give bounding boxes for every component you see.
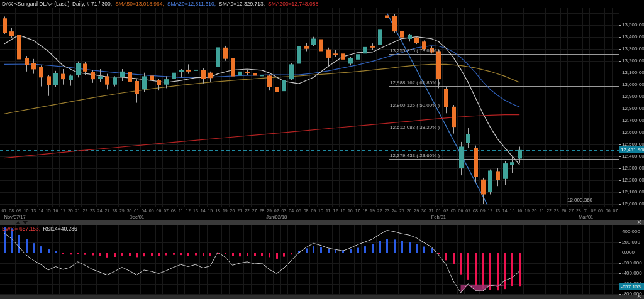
indicator-tick-label: 200.000 [622,239,640,245]
close-panel-icon[interactable]: ✕ [636,293,641,299]
fib-level-label: 12,379.433 ( 23.60% ) [390,153,440,158]
x-axis-day-label: 14 [502,209,508,213]
x-axis-day-label: 17 [60,209,65,213]
x-axis-day-label: 27 [252,209,257,213]
price-tick-label: 12,200.000 [622,177,644,183]
x-axis-day-label: 07 [2,209,7,213]
trading-chart-window: DAX <Sungard DLA> (Last:), Daily, # 71 /… [0,0,644,299]
x-axis-day-label: 14 [201,209,206,213]
x-axis-day-label: 22 [377,209,382,213]
x-axis-day-label: 15 [208,209,213,213]
price-chart-canvas[interactable] [0,0,644,299]
x-axis-day-label: 17 [355,209,360,213]
price-tick-label: 12,100.000 [622,189,644,195]
x-axis-month-label: Mar/01 [579,214,593,220]
x-axis-day-label: 13 [495,209,500,213]
price-tick-label: 13,100.000 [622,70,644,75]
x-axis-day-label: 02 [274,209,279,213]
x-axis-day-label: 28 [576,209,581,213]
indicator-tick-label: 400.000 [622,229,640,234]
price-tick-label: 13,300.000 [622,46,644,52]
x-axis-day-label: 03 [282,209,287,213]
x-axis-day-label: 25 [399,209,404,213]
x-axis-day-label: 01 [134,209,139,213]
x-axis-day-label: 23 [90,209,95,213]
x-axis-day-label: 19 [370,209,375,213]
fib-level-label: 12,612.088 ( 38.20% ) [390,124,440,130]
close-indicator-icon[interactable]: ✕ [636,219,641,226]
last-price-tag: 12,451.960 [619,146,644,153]
x-axis-day-label: 07 [613,209,618,213]
x-axis-day-label: 20 [68,209,73,213]
x-axis-day-label: 13 [193,209,198,213]
x-axis-day-label: 07 [465,209,470,213]
x-axis-day-label: 01 [436,209,441,213]
price-tick-label: 13,500.000 [622,22,644,28]
price-tick-label: 13,000.000 [622,82,644,87]
x-axis-day-label: 27 [105,209,110,213]
x-axis-day-label: 22 [547,209,552,213]
x-axis-day-label: 20 [230,209,235,213]
x-axis-day-label: 09 [311,209,316,213]
x-axis-day-label: 23 [554,209,559,213]
price-tick-label: 13,200.000 [622,58,644,63]
x-axis-day-label: 08 [9,209,14,213]
x-axis-day-label: 24 [97,209,103,213]
x-axis-day-label: 09 [480,209,486,213]
x-axis-day-label: 06 [458,209,464,213]
x-axis-day-label: 18 [215,209,220,213]
bottom-splitter[interactable]: ✕ [0,295,644,299]
panel-splitter[interactable]: ✕ [0,220,644,225]
x-axis-day-label: 15 [510,209,515,213]
x-axis-day-label: 15 [46,209,51,213]
rsi-legend: RSI14=40.286 [43,226,77,232]
x-axis-day-label: 11 [179,209,183,213]
x-axis-day-label: 21 [75,209,80,213]
x-axis-day-label: 10 [318,209,323,213]
indicator-tick-label: -200.000 [622,260,642,266]
x-axis-month-label: Dec/01 [129,214,144,220]
x-axis-day-label: 30 [421,209,426,213]
x-axis-day-label: 19 [223,209,228,213]
x-axis-day-label: 28 [112,209,117,213]
x-axis-day-label: 19 [525,209,530,213]
x-axis-day-label: 29 [119,209,125,213]
price-tick-label: 12,800.000 [622,106,644,111]
sma9-legend: SMA9=12,329.713, [219,1,265,7]
indicator-tick-label: -400.000 [622,270,642,276]
instrument-title: DAX <Sungard DLA> (Last:), Daily, # 71 /… [2,1,112,7]
x-axis-day-label: 18 [362,209,367,213]
x-axis-day-label: 20 [532,209,537,213]
sma50-legend: SMA50=13,018.964, [115,1,164,7]
indicator-title: EWO=-657.153,RSI14=40.286 [2,226,77,232]
x-axis-day-label: 14 [38,209,43,213]
collapse-up-icon[interactable] [16,221,21,224]
x-axis-month-label: Jan/02/18 [266,214,287,220]
x-axis-day-label: 22 [82,209,87,213]
collapse-down-icon[interactable] [23,221,28,224]
sma200-legend: SMA200=12,748.088 [268,1,318,7]
x-axis-day-label: 05 [598,209,603,213]
x-axis-day-label: 26 [407,209,412,213]
x-axis-day-label: 24 [392,209,397,213]
x-axis-day-label: 13 [31,209,36,213]
sma20-legend: SMA20=12,811.610, [167,1,216,7]
ewo-value-tag: -657.153 [619,283,644,290]
swing-low-price-label: 12,003.360 [567,197,592,203]
x-axis-day-label: 16 [517,209,522,213]
x-axis-day-label: 05 [296,209,301,213]
x-axis-day-label: 02 [591,209,596,213]
price-tick-label: 12,700.000 [622,117,644,123]
x-axis-day-label: 30 [127,209,132,213]
x-axis-day-label: 06 [606,209,611,213]
price-tick-label: 13,400.000 [622,34,644,40]
x-axis-day-label: 06 [157,209,162,213]
x-axis-day-label: 16 [53,209,58,213]
x-axis-day-label: 02 [443,209,448,213]
x-axis-day-label: 12 [487,209,492,213]
x-axis-day-label: 27 [569,209,574,213]
x-axis-day-label: 21 [539,209,544,213]
x-axis-day-label: 08 [304,209,309,213]
x-axis-day-label: 05 [149,209,154,213]
x-axis-day-label: 16 [348,209,353,213]
